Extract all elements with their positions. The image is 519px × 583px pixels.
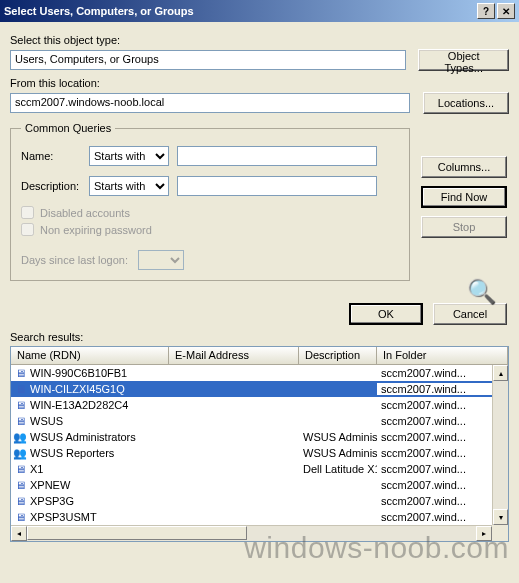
object-type-label: Select this object type: [10,34,509,46]
row-folder: sccm2007.wind... [377,447,508,459]
scrollbar-corner [492,525,508,541]
table-row[interactable]: 🖥WSUSsccm2007.wind... [11,413,508,429]
header-folder[interactable]: In Folder [377,347,508,364]
row-folder: sccm2007.wind... [377,511,508,523]
row-name: WSUS [30,415,63,427]
table-row[interactable]: 👥WSUS ReportersWSUS Administr...sccm2007… [11,445,508,461]
vertical-scrollbar[interactable]: ▴ ▾ [492,365,508,525]
row-name: XPNEW [30,479,70,491]
row-name: WIN-E13A2D282C4 [30,399,128,411]
location-field: sccm2007.windows-noob.local [10,93,410,113]
computer-icon: 🖥 [13,494,27,508]
common-queries-group: Common Queries Name: Starts with Descrip… [10,122,410,281]
object-types-button[interactable]: Object Types... [418,49,509,71]
close-button[interactable]: ✕ [497,3,515,19]
search-icon: 🔍 [467,278,497,306]
computer-icon: 🖥 [13,398,27,412]
name-mode-select[interactable]: Starts with [89,146,169,166]
results-headers: Name (RDN) E-Mail Address Description In… [11,347,508,365]
table-row[interactable]: 🖥XPSP3Gsccm2007.wind... [11,493,508,509]
header-description[interactable]: Description [299,347,377,364]
non-expiring-checkbox[interactable]: Non expiring password [21,223,399,236]
row-name: WSUS Reporters [30,447,114,459]
row-description: WSUS Administr... [299,447,377,459]
computer-icon: 🖥 [13,414,27,428]
scroll-thumb[interactable] [27,526,247,540]
table-row[interactable]: 🖥X1Dell Latitude X1sccm2007.wind... [11,461,508,477]
title-bar: Select Users, Computers, or Groups ? ✕ [0,0,519,22]
cancel-button[interactable]: Cancel [433,303,507,325]
row-folder: sccm2007.wind... [377,463,508,475]
row-folder: sccm2007.wind... [377,479,508,491]
row-name: X1 [30,463,43,475]
row-folder: sccm2007.wind... [377,383,508,395]
row-folder: sccm2007.wind... [377,495,508,507]
scroll-left-icon[interactable]: ◂ [11,526,27,541]
days-since-logon-label: Days since last logon: [21,254,128,266]
table-row[interactable]: 🖥XPNEWsccm2007.wind... [11,477,508,493]
columns-button[interactable]: Columns... [421,156,507,178]
row-name: WIN-990C6B10FB1 [30,367,127,379]
disabled-accounts-box [21,206,34,219]
ok-button[interactable]: OK [349,303,423,325]
header-email[interactable]: E-Mail Address [169,347,299,364]
non-expiring-box [21,223,34,236]
group-icon: 👥 [13,446,27,460]
name-input[interactable] [177,146,377,166]
locations-button[interactable]: Locations... [423,92,509,114]
group-icon: 👥 [13,430,27,444]
row-description: WSUS Administr... [299,431,377,443]
row-name: XPSP3G [30,495,74,507]
row-folder: sccm2007.wind... [377,399,508,411]
row-folder: sccm2007.wind... [377,431,508,443]
results-list[interactable]: Name (RDN) E-Mail Address Description In… [10,346,509,542]
computer-icon: 🖥 [13,510,27,524]
object-type-field: Users, Computers, or Groups [10,50,406,70]
stop-button: Stop [421,216,507,238]
row-name: XPSP3USMT [30,511,97,523]
table-row[interactable]: 🖥WIN-E13A2D282C4sccm2007.wind... [11,397,508,413]
horizontal-scrollbar[interactable]: ◂ ▸ [11,525,492,541]
row-name: WSUS Administrators [30,431,136,443]
help-button[interactable]: ? [477,3,495,19]
location-label: From this location: [10,77,509,89]
disabled-accounts-checkbox[interactable]: Disabled accounts [21,206,399,219]
window-title: Select Users, Computers, or Groups [4,5,475,17]
table-row[interactable]: 🖥WIN-CILZXI45G1Qsccm2007.wind... [11,381,508,397]
description-label: Description: [21,180,89,192]
scroll-down-icon[interactable]: ▾ [493,509,508,525]
description-input[interactable] [177,176,377,196]
scroll-up-icon[interactable]: ▴ [493,365,508,381]
search-results-label: Search results: [10,331,509,343]
common-queries-legend: Common Queries [21,122,115,134]
description-mode-select[interactable]: Starts with [89,176,169,196]
scroll-right-icon[interactable]: ▸ [476,526,492,541]
table-row[interactable]: 🖥WIN-990C6B10FB1sccm2007.wind... [11,365,508,381]
computer-icon: 🖥 [13,478,27,492]
computer-icon: 🖥 [13,462,27,476]
table-row[interactable]: 👥WSUS AdministratorsWSUS Administr...scc… [11,429,508,445]
find-now-button[interactable]: Find Now [421,186,507,208]
name-label: Name: [21,150,89,162]
header-name[interactable]: Name (RDN) [11,347,169,364]
row-description: Dell Latitude X1 [299,463,377,475]
computer-icon: 🖥 [13,366,27,380]
days-since-logon-select [138,250,184,270]
table-row[interactable]: 🖥XPSP3USMTsccm2007.wind... [11,509,508,525]
row-folder: sccm2007.wind... [377,367,508,379]
row-folder: sccm2007.wind... [377,415,508,427]
computer-icon: 🖥 [13,382,27,396]
row-name: WIN-CILZXI45G1Q [30,383,125,395]
